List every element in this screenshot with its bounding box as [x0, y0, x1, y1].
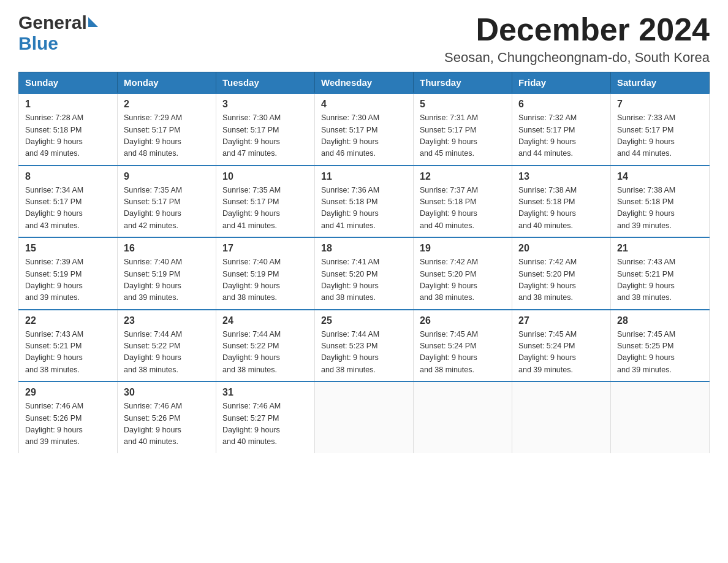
- day-info: Sunrise: 7:35 AMSunset: 5:17 PMDaylight:…: [124, 185, 210, 232]
- day-number: 8: [25, 171, 111, 182]
- logo: General Blue: [18, 12, 98, 54]
- logo-triangle-icon: [88, 17, 98, 27]
- day-number: 7: [617, 99, 703, 110]
- day-cell: 12Sunrise: 7:37 AMSunset: 5:18 PMDayligh…: [414, 166, 512, 238]
- day-info: Sunrise: 7:46 AMSunset: 5:26 PMDaylight:…: [124, 400, 210, 448]
- day-cell: 20Sunrise: 7:42 AMSunset: 5:20 PMDayligh…: [512, 237, 611, 310]
- day-cell: 29Sunrise: 7:46 AMSunset: 5:26 PMDayligh…: [19, 381, 118, 453]
- day-cell: 25Sunrise: 7:44 AMSunset: 5:23 PMDayligh…: [315, 310, 414, 382]
- day-number: 14: [617, 171, 703, 182]
- weekday-header-sunday: Sunday: [19, 72, 118, 94]
- weekday-header-tuesday: Tuesday: [216, 72, 315, 94]
- weekday-header-wednesday: Wednesday: [315, 72, 414, 94]
- day-number: 13: [518, 171, 604, 182]
- day-number: 26: [420, 315, 506, 326]
- day-cell: 26Sunrise: 7:45 AMSunset: 5:24 PMDayligh…: [414, 310, 512, 382]
- day-number: 5: [420, 99, 506, 110]
- day-number: 3: [222, 99, 308, 110]
- day-cell: 1Sunrise: 7:28 AMSunset: 5:18 PMDaylight…: [19, 93, 118, 166]
- day-info: Sunrise: 7:46 AMSunset: 5:26 PMDaylight:…: [25, 400, 111, 448]
- day-number: 9: [124, 171, 210, 182]
- day-info: Sunrise: 7:44 AMSunset: 5:22 PMDaylight:…: [124, 329, 210, 377]
- weekday-header-friday: Friday: [512, 72, 611, 94]
- weekday-header-thursday: Thursday: [414, 72, 512, 94]
- day-info: Sunrise: 7:36 AMSunset: 5:18 PMDaylight:…: [321, 185, 407, 232]
- day-cell: [414, 381, 512, 453]
- weekday-header-row: SundayMondayTuesdayWednesdayThursdayFrid…: [19, 72, 710, 94]
- day-number: 23: [124, 315, 210, 326]
- day-number: 11: [321, 171, 407, 182]
- day-info: Sunrise: 7:29 AMSunset: 5:17 PMDaylight:…: [124, 112, 210, 160]
- day-number: 19: [420, 243, 506, 254]
- day-cell: 10Sunrise: 7:35 AMSunset: 5:17 PMDayligh…: [216, 166, 315, 238]
- week-row-5: 29Sunrise: 7:46 AMSunset: 5:26 PMDayligh…: [19, 381, 710, 453]
- day-number: 2: [124, 99, 210, 110]
- day-number: 24: [222, 315, 308, 326]
- day-cell: 6Sunrise: 7:32 AMSunset: 5:17 PMDaylight…: [512, 93, 611, 166]
- day-info: Sunrise: 7:40 AMSunset: 5:19 PMDaylight:…: [222, 256, 308, 304]
- day-cell: 28Sunrise: 7:45 AMSunset: 5:25 PMDayligh…: [611, 310, 710, 382]
- day-cell: 27Sunrise: 7:45 AMSunset: 5:24 PMDayligh…: [512, 310, 611, 382]
- day-cell: 4Sunrise: 7:30 AMSunset: 5:17 PMDaylight…: [315, 93, 414, 166]
- day-cell: 21Sunrise: 7:43 AMSunset: 5:21 PMDayligh…: [611, 237, 710, 310]
- location-subtitle: Seosan, Chungcheongnam-do, South Korea: [444, 50, 710, 66]
- day-info: Sunrise: 7:31 AMSunset: 5:17 PMDaylight:…: [420, 112, 506, 160]
- day-info: Sunrise: 7:39 AMSunset: 5:19 PMDaylight:…: [25, 256, 111, 304]
- day-cell: 9Sunrise: 7:35 AMSunset: 5:17 PMDaylight…: [118, 166, 216, 238]
- week-row-3: 15Sunrise: 7:39 AMSunset: 5:19 PMDayligh…: [19, 237, 710, 310]
- day-number: 22: [25, 315, 111, 326]
- day-cell: 17Sunrise: 7:40 AMSunset: 5:19 PMDayligh…: [216, 237, 315, 310]
- day-number: 18: [321, 243, 407, 254]
- week-row-2: 8Sunrise: 7:34 AMSunset: 5:17 PMDaylight…: [19, 166, 710, 238]
- day-cell: 7Sunrise: 7:33 AMSunset: 5:17 PMDaylight…: [611, 93, 710, 166]
- day-cell: 16Sunrise: 7:40 AMSunset: 5:19 PMDayligh…: [118, 237, 216, 310]
- day-number: 30: [124, 387, 210, 398]
- day-info: Sunrise: 7:38 AMSunset: 5:18 PMDaylight:…: [518, 185, 604, 232]
- day-cell: 2Sunrise: 7:29 AMSunset: 5:17 PMDaylight…: [118, 93, 216, 166]
- day-number: 17: [222, 243, 308, 254]
- day-number: 20: [518, 243, 604, 254]
- day-info: Sunrise: 7:40 AMSunset: 5:19 PMDaylight:…: [124, 256, 210, 304]
- day-info: Sunrise: 7:30 AMSunset: 5:17 PMDaylight:…: [321, 112, 407, 160]
- day-number: 21: [617, 243, 703, 254]
- day-cell: 8Sunrise: 7:34 AMSunset: 5:17 PMDaylight…: [19, 166, 118, 238]
- day-number: 29: [25, 387, 111, 398]
- day-cell: 18Sunrise: 7:41 AMSunset: 5:20 PMDayligh…: [315, 237, 414, 310]
- day-info: Sunrise: 7:43 AMSunset: 5:21 PMDaylight:…: [617, 256, 703, 304]
- day-cell: 19Sunrise: 7:42 AMSunset: 5:20 PMDayligh…: [414, 237, 512, 310]
- day-info: Sunrise: 7:44 AMSunset: 5:22 PMDaylight:…: [222, 329, 308, 377]
- day-info: Sunrise: 7:38 AMSunset: 5:18 PMDaylight:…: [617, 185, 703, 232]
- week-row-4: 22Sunrise: 7:43 AMSunset: 5:21 PMDayligh…: [19, 310, 710, 382]
- day-number: 4: [321, 99, 407, 110]
- day-cell: [315, 381, 414, 453]
- day-number: 12: [420, 171, 506, 182]
- day-number: 10: [222, 171, 308, 182]
- day-number: 6: [518, 99, 604, 110]
- day-cell: 31Sunrise: 7:46 AMSunset: 5:27 PMDayligh…: [216, 381, 315, 453]
- day-info: Sunrise: 7:44 AMSunset: 5:23 PMDaylight:…: [321, 329, 407, 377]
- day-info: Sunrise: 7:45 AMSunset: 5:24 PMDaylight:…: [420, 329, 506, 377]
- day-info: Sunrise: 7:42 AMSunset: 5:20 PMDaylight:…: [420, 256, 506, 304]
- day-number: 25: [321, 315, 407, 326]
- day-cell: 30Sunrise: 7:46 AMSunset: 5:26 PMDayligh…: [118, 381, 216, 453]
- calendar-table: SundayMondayTuesdayWednesdayThursdayFrid…: [18, 72, 710, 453]
- day-info: Sunrise: 7:32 AMSunset: 5:17 PMDaylight:…: [518, 112, 604, 160]
- page-header: General Blue December 2024 Seosan, Chung…: [18, 12, 710, 66]
- day-info: Sunrise: 7:35 AMSunset: 5:17 PMDaylight:…: [222, 185, 308, 232]
- day-cell: [611, 381, 710, 453]
- day-info: Sunrise: 7:34 AMSunset: 5:17 PMDaylight:…: [25, 185, 111, 232]
- day-cell: 22Sunrise: 7:43 AMSunset: 5:21 PMDayligh…: [19, 310, 118, 382]
- day-info: Sunrise: 7:33 AMSunset: 5:17 PMDaylight:…: [617, 112, 703, 160]
- day-number: 16: [124, 243, 210, 254]
- week-row-1: 1Sunrise: 7:28 AMSunset: 5:18 PMDaylight…: [19, 93, 710, 166]
- day-info: Sunrise: 7:43 AMSunset: 5:21 PMDaylight:…: [25, 329, 111, 377]
- day-info: Sunrise: 7:28 AMSunset: 5:18 PMDaylight:…: [25, 112, 111, 160]
- day-info: Sunrise: 7:41 AMSunset: 5:20 PMDaylight:…: [321, 256, 407, 304]
- day-cell: 24Sunrise: 7:44 AMSunset: 5:22 PMDayligh…: [216, 310, 315, 382]
- day-cell: 15Sunrise: 7:39 AMSunset: 5:19 PMDayligh…: [19, 237, 118, 310]
- day-info: Sunrise: 7:45 AMSunset: 5:24 PMDaylight:…: [518, 329, 604, 377]
- day-cell: 11Sunrise: 7:36 AMSunset: 5:18 PMDayligh…: [315, 166, 414, 238]
- weekday-header-saturday: Saturday: [611, 72, 710, 94]
- day-info: Sunrise: 7:46 AMSunset: 5:27 PMDaylight:…: [222, 400, 308, 448]
- day-number: 1: [25, 99, 111, 110]
